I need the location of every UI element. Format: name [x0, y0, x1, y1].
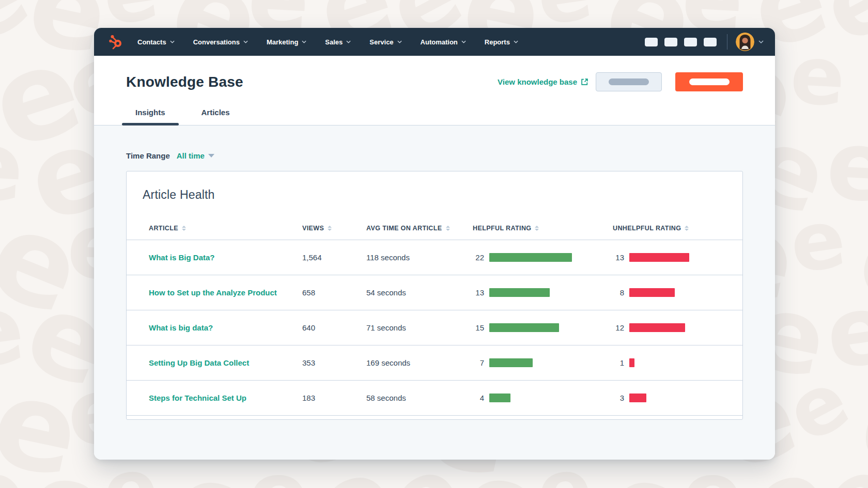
- chevron-down-icon: [302, 40, 306, 43]
- unhelpful-bar: [629, 393, 646, 402]
- nav-icon-placeholder[interactable]: [704, 38, 717, 46]
- table-row: What is Big Data?1,564118 seconds2213: [127, 240, 742, 275]
- article-link[interactable]: What is big data?: [149, 323, 302, 332]
- background-letter: e: [788, 35, 847, 117]
- nav-item-automation[interactable]: Automation: [421, 38, 466, 46]
- nav-item-contacts[interactable]: Contacts: [137, 38, 175, 46]
- article-link[interactable]: How to Set up the Analyze Product: [149, 288, 302, 297]
- nav-item-service[interactable]: Service: [369, 38, 401, 46]
- nav-item-sales[interactable]: Sales: [325, 38, 351, 46]
- hubspot-logo-icon[interactable]: [107, 34, 124, 50]
- nav-item-reports[interactable]: Reports: [485, 38, 518, 46]
- nav-item-label: Sales: [325, 38, 343, 46]
- page-title: Knowledge Base: [126, 74, 243, 90]
- sort-icon: [446, 226, 450, 231]
- filter-row: Time Range All time: [126, 125, 743, 160]
- nav-icon-placeholders: [638, 38, 717, 46]
- tabs: InsightsArticles: [122, 103, 743, 125]
- sort-icon: [535, 226, 539, 231]
- tab-insights[interactable]: Insights: [122, 103, 179, 125]
- helpful-count: 15: [473, 323, 484, 332]
- background-letter: e: [785, 198, 850, 285]
- views-value: 658: [302, 288, 366, 297]
- unhelpful-bar: [629, 253, 689, 262]
- unhelpful-count: 13: [613, 253, 624, 262]
- nav-item-label: Automation: [421, 38, 458, 46]
- article-link[interactable]: What is Big Data?: [149, 253, 302, 262]
- nav-icon-placeholder[interactable]: [645, 38, 658, 46]
- article-link[interactable]: Setting Up Big Data Collect: [149, 358, 302, 367]
- chevron-down-icon[interactable]: [758, 40, 764, 43]
- time-range-label: Time Range: [126, 151, 170, 160]
- avatar[interactable]: [736, 33, 754, 51]
- views-value: 353: [302, 358, 366, 367]
- unhelpful-count: 12: [613, 323, 624, 332]
- nav-item-label: Marketing: [267, 38, 298, 46]
- nav-item-conversations[interactable]: Conversations: [193, 38, 248, 46]
- article-health-card: Article Health ARTICLEVIEWSAVG TIME ON A…: [126, 171, 743, 420]
- page-header: Knowledge Base View knowledge base: [94, 56, 775, 125]
- table-row: Steps for Technical Set Up18358 seconds4…: [127, 381, 742, 416]
- helpful-count: 7: [473, 358, 484, 367]
- card-title: Article Health: [143, 188, 742, 202]
- external-link-icon: [581, 78, 588, 86]
- dropdown-arrow-icon: [208, 154, 214, 158]
- app-window: ContactsConversationsMarketingSalesServi…: [94, 28, 775, 460]
- primary-button[interactable]: [675, 72, 743, 91]
- avg-time-value: 58 seconds: [366, 393, 473, 402]
- chevron-down-icon: [170, 40, 175, 43]
- helpful-count: 13: [473, 288, 484, 297]
- table-row: Setting Up Big Data Collect353169 second…: [127, 345, 742, 381]
- main-nav: ContactsConversationsMarketingSalesServi…: [137, 38, 518, 46]
- column-header-unhelpful-rating[interactable]: UNHELPFUL RATING: [613, 225, 722, 232]
- top-navbar: ContactsConversationsMarketingSalesServi…: [94, 28, 775, 56]
- sort-icon: [685, 226, 689, 231]
- unhelpful-count: 3: [613, 393, 624, 402]
- chevron-down-icon: [461, 40, 466, 43]
- unhelpful-rating: 13: [613, 253, 722, 262]
- avg-time-value: 118 seconds: [366, 253, 473, 262]
- unhelpful-rating: 12: [613, 323, 722, 332]
- secondary-button[interactable]: [596, 72, 662, 91]
- unhelpful-count: 8: [613, 288, 624, 297]
- helpful-bar: [489, 358, 533, 367]
- navbar-right: [638, 33, 764, 51]
- chevron-down-icon: [397, 40, 402, 43]
- nav-item-label: Reports: [485, 38, 510, 46]
- chevron-down-icon: [346, 40, 351, 43]
- unhelpful-rating: 1: [613, 358, 722, 367]
- helpful-rating: 15: [473, 323, 613, 332]
- time-range-value: All time: [177, 151, 205, 160]
- column-header-avg-time-on-article[interactable]: AVG TIME ON ARTICLE: [366, 225, 473, 232]
- nav-item-marketing[interactable]: Marketing: [267, 38, 306, 46]
- sort-icon: [328, 226, 332, 231]
- helpful-rating: 13: [473, 288, 613, 297]
- column-header-helpful-rating[interactable]: HELPFUL RATING: [473, 225, 613, 232]
- column-header-views[interactable]: VIEWS: [302, 225, 366, 232]
- sort-icon: [182, 226, 186, 231]
- helpful-count: 22: [473, 253, 484, 262]
- views-value: 1,564: [302, 253, 366, 262]
- unhelpful-bar: [629, 288, 675, 297]
- views-value: 640: [302, 323, 366, 332]
- unhelpful-bar: [629, 358, 634, 367]
- table-row: How to Set up the Analyze Product65854 s…: [127, 275, 742, 310]
- unhelpful-rating: 3: [613, 393, 722, 402]
- chevron-down-icon: [514, 40, 518, 43]
- article-link[interactable]: Steps for Technical Set Up: [149, 393, 302, 402]
- nav-divider: [727, 34, 727, 50]
- nav-icon-placeholder[interactable]: [664, 38, 677, 46]
- avg-time-value: 71 seconds: [366, 323, 473, 332]
- column-header-article[interactable]: ARTICLE: [149, 225, 302, 232]
- helpful-rating: 22: [473, 253, 613, 262]
- content-area: Time Range All time Article Health ARTIC…: [94, 125, 775, 460]
- time-range-dropdown[interactable]: All time: [177, 151, 214, 160]
- nav-item-label: Conversations: [193, 38, 240, 46]
- unhelpful-bar: [629, 323, 685, 332]
- nav-icon-placeholder[interactable]: [684, 38, 697, 46]
- tab-articles[interactable]: Articles: [188, 103, 243, 125]
- view-knowledge-base-link[interactable]: View knowledge base: [498, 77, 588, 86]
- avg-time-value: 169 seconds: [366, 358, 473, 367]
- helpful-bar: [489, 288, 550, 297]
- helpful-bar: [489, 393, 510, 402]
